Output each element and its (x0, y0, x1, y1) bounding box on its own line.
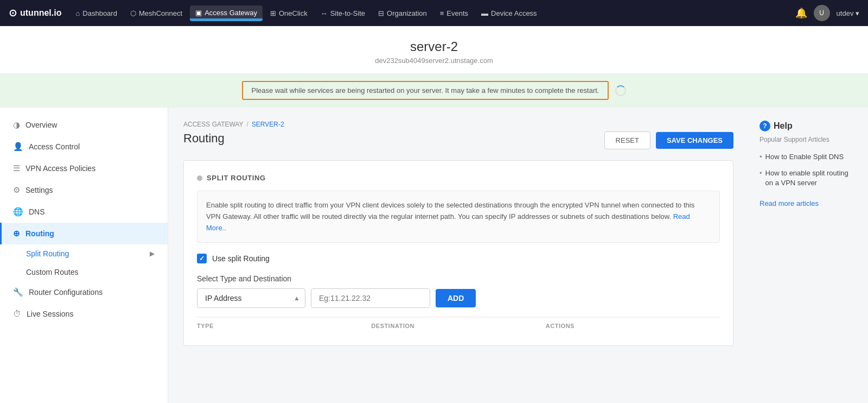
server-header: server-2 dev232sub4049server2.utnstage.c… (0, 26, 868, 73)
add-button[interactable]: ADD (436, 289, 476, 307)
breadcrumb-separator: / (246, 121, 248, 128)
sidebar: ◑ Overview 👤 Access Control ☰ VPN Access… (0, 108, 168, 403)
select-type-label: Select Type and Destination (197, 274, 720, 283)
organization-icon: ⊟ (378, 9, 384, 17)
brand-icon: ⊙ (9, 7, 17, 19)
restart-message: Please wait while services are being res… (242, 81, 609, 100)
routing-card: SPLIT ROUTING Enable split routing to di… (183, 160, 733, 346)
restart-banner: Please wait while services are being res… (0, 73, 868, 108)
use-split-routing-row: Use split Routing (197, 254, 720, 263)
site-to-site-icon: ↔ (321, 9, 328, 17)
settings-icon: ⚙ (13, 185, 20, 195)
nav-item-organization[interactable]: ⊟ Organization (373, 6, 432, 21)
sidebar-item-vpn-access-policies[interactable]: ☰ VPN Access Policies (0, 158, 168, 179)
type-select[interactable]: IP Address Subnet Domain (197, 288, 305, 308)
breadcrumb: ACCESS GATEWAY / SERVER-2 (183, 121, 733, 128)
meshconnect-icon: ⬡ (130, 9, 136, 17)
topnav-right: 🔔 U utdev ▾ (795, 5, 859, 21)
username-dropdown[interactable]: utdev ▾ (837, 9, 859, 17)
active-indicator (190, 18, 263, 20)
save-changes-button[interactable]: SAVE CHANGES (656, 132, 733, 149)
routing-icon: ⊕ (13, 229, 20, 238)
main-layout: ◑ Overview 👤 Access Control ☰ VPN Access… (0, 108, 868, 403)
dashboard-icon: ⌂ (75, 9, 80, 17)
type-dropdown[interactable]: IP Address Subnet Domain ▲ (197, 288, 305, 308)
help-article-split-dns: • How to Enable Split DNS (760, 152, 857, 162)
use-split-routing-checkbox[interactable] (197, 254, 207, 263)
table-header-destination: DESTINATION (371, 323, 545, 329)
vpn-policies-icon: ☰ (13, 163, 20, 173)
help-title: ? Help (760, 121, 857, 131)
nav-item-oneclick[interactable]: ⊞ OneClick (265, 6, 313, 21)
select-row: IP Address Subnet Domain ▲ ADD (197, 288, 720, 308)
section-title: SPLIT ROUTING (197, 174, 720, 182)
sidebar-item-access-control[interactable]: 👤 Access Control (0, 136, 168, 158)
page-actions: RESET SAVE CHANGES (604, 131, 733, 149)
nav-item-events[interactable]: ≡ Events (435, 6, 474, 21)
sidebar-item-dns[interactable]: 🌐 DNS (0, 201, 168, 223)
nav-item-dashboard[interactable]: ⌂ Dashboard (70, 6, 122, 21)
use-split-routing-label: Use split Routing (212, 254, 270, 263)
avatar[interactable]: U (814, 5, 830, 21)
brand-name: utunnel.io (20, 8, 61, 18)
bullet-icon: • (760, 152, 762, 162)
sidebar-sub-routing: Split Routing ▶ Custom Routes (0, 244, 168, 281)
bullet-icon-2: • (760, 168, 762, 178)
main-content: ACCESS GATEWAY / SERVER-2 Routing RESET … (168, 108, 749, 403)
live-sessions-icon: ⏱ (13, 309, 21, 318)
access-control-icon: 👤 (13, 142, 23, 152)
breadcrumb-parent[interactable]: ACCESS GATEWAY (183, 121, 243, 128)
sidebar-item-routing[interactable]: ⊕ Routing (0, 223, 168, 244)
help-article-split-routing: • How to enable split routing on a VPN s… (760, 168, 857, 188)
server-subtitle: dev232sub4049server2.utnstage.com (0, 56, 868, 65)
sidebar-item-overview[interactable]: ◑ Overview (0, 114, 168, 136)
nav-item-meshconnect[interactable]: ⬡ MeshConnect (125, 6, 188, 21)
read-more-articles-link[interactable]: Read more articles (760, 199, 819, 207)
destination-input[interactable] (311, 288, 430, 308)
table-header-type: TYPE (197, 323, 371, 329)
description-box: Enable split routing to direct traffic f… (197, 191, 720, 243)
table-headers: TYPE DESTINATION ACTIONS (197, 317, 720, 332)
help-panel: ? Help Popular Support Articles • How to… (749, 108, 868, 403)
access-gateway-icon: ▣ (195, 9, 202, 17)
dns-icon: 🌐 (13, 207, 23, 217)
router-config-icon: 🔧 (13, 287, 23, 297)
sidebar-sub-item-custom-routes[interactable]: Custom Routes (26, 263, 168, 281)
topnav: ⊙ utunnel.io ⌂ Dashboard ⬡ MeshConnect ▣… (0, 0, 868, 26)
sidebar-sub-item-split-routing[interactable]: Split Routing ▶ (26, 244, 168, 263)
notification-bell-icon[interactable]: 🔔 (795, 7, 807, 19)
nav-item-site-to-site[interactable]: ↔ Site-to-Site (315, 6, 371, 21)
sidebar-item-settings[interactable]: ⚙ Settings (0, 179, 168, 201)
sidebar-item-router-configurations[interactable]: 🔧 Router Configurations (0, 281, 168, 303)
device-access-icon: ▬ (481, 9, 488, 17)
sidebar-item-live-sessions[interactable]: ⏱ Live Sessions (0, 303, 168, 324)
oneclick-icon: ⊞ (270, 9, 276, 17)
events-icon: ≡ (440, 9, 444, 17)
overview-icon: ◑ (13, 120, 20, 130)
help-icon: ? (760, 121, 770, 131)
breadcrumb-current[interactable]: SERVER-2 (252, 121, 284, 128)
loading-spinner (615, 85, 626, 96)
nav-item-access-gateway[interactable]: ▣ Access Gateway (190, 5, 263, 21)
server-title: server-2 (0, 39, 868, 54)
nav-item-device-access[interactable]: ▬ Device Access (476, 6, 542, 21)
section-dot-icon (197, 175, 202, 181)
reset-button[interactable]: RESET (604, 131, 650, 149)
page-title: Routing (183, 131, 225, 146)
page-header: Routing RESET SAVE CHANGES (183, 131, 733, 149)
brand-logo[interactable]: ⊙ utunnel.io (9, 7, 61, 19)
split-routing-arrow-icon: ▶ (150, 250, 155, 257)
help-subtitle: Popular Support Articles (760, 136, 857, 143)
table-header-actions: ACTIONS (546, 323, 720, 329)
